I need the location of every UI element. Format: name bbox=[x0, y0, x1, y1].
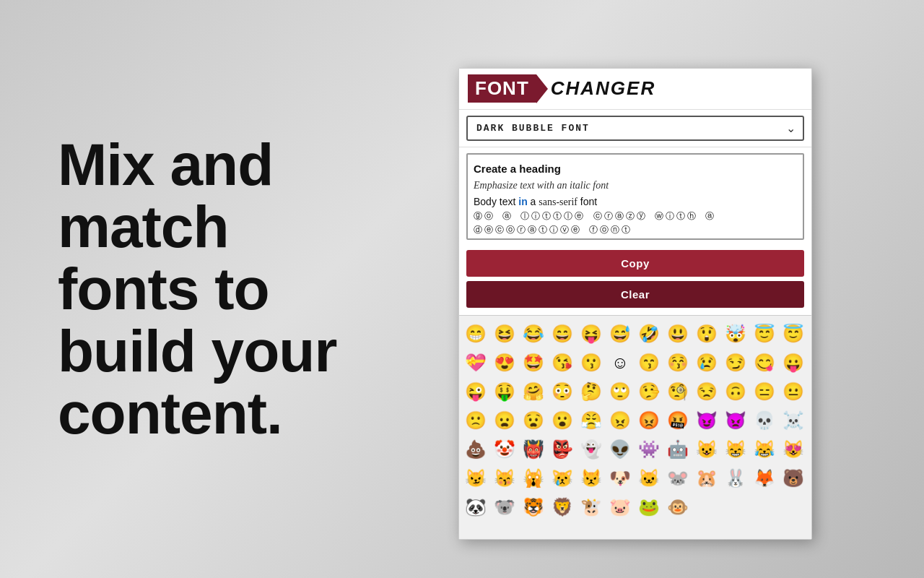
emoji-item[interactable]: 😘 bbox=[549, 349, 576, 376]
emoji-item[interactable]: 😸 bbox=[722, 436, 749, 463]
text-decorative-line1: ⓖⓞ ⓐ ⓛⓘⓣⓣⓛⓔ ⓒⓡⓐⓩⓨ ⓦⓘⓣⓗ ⓐ bbox=[474, 210, 797, 224]
headline-line2: match bbox=[58, 194, 229, 259]
emoji-item[interactable]: 😂 bbox=[520, 320, 547, 348]
emoji-item[interactable]: 👹 bbox=[520, 436, 547, 463]
emoji-item[interactable]: ☺️ bbox=[606, 349, 634, 376]
emoji-item[interactable]: 😹 bbox=[751, 436, 778, 463]
emoji-item[interactable]: 😺 bbox=[693, 436, 720, 463]
logo-arrow-icon bbox=[536, 74, 548, 103]
emoji-item[interactable]: 🤩 bbox=[520, 349, 547, 376]
emoji-item[interactable]: 😝 bbox=[578, 320, 605, 348]
emoji-item[interactable]: 😇 bbox=[780, 320, 807, 348]
body-text-serif: sans-serif bbox=[539, 197, 578, 207]
emoji-item[interactable]: 🐵 bbox=[664, 493, 692, 521]
emoji-item[interactable]: 😚 bbox=[664, 349, 692, 376]
emoji-item[interactable]: 🙁 bbox=[462, 407, 489, 434]
emoji-item[interactable]: 😗 bbox=[578, 349, 605, 376]
emoji-item[interactable]: 😿 bbox=[549, 465, 576, 492]
emoji-item[interactable]: 😮 bbox=[549, 407, 576, 434]
emoji-item[interactable]: 🐹 bbox=[693, 465, 720, 492]
emoji-item[interactable]: 😄 bbox=[549, 320, 576, 348]
emoji-item[interactable]: 🐻 bbox=[780, 465, 807, 492]
emoji-item[interactable]: 🙀 bbox=[520, 465, 547, 492]
emoji-item[interactable]: 🐷 bbox=[606, 493, 634, 521]
emoji-item[interactable]: 😇 bbox=[751, 320, 778, 348]
emoji-item[interactable]: 😢 bbox=[693, 349, 720, 376]
font-selector[interactable]: DARK BUBBLE FONT bbox=[466, 116, 804, 141]
emoji-item[interactable]: 🧐 bbox=[664, 378, 692, 405]
emoji-item[interactable]: 🦁 bbox=[549, 493, 576, 521]
emoji-item[interactable]: 😽 bbox=[491, 465, 518, 492]
emoji-item[interactable]: ☠️ bbox=[780, 407, 807, 434]
emoji-item[interactable]: 😻 bbox=[780, 436, 807, 463]
emoji-item[interactable]: 👻 bbox=[578, 436, 605, 463]
emoji-item[interactable]: 👿 bbox=[722, 407, 749, 434]
emoji-item[interactable]: 😲 bbox=[693, 320, 720, 348]
emoji-item[interactable]: 😆 bbox=[491, 320, 518, 348]
clear-button[interactable]: Clear bbox=[466, 281, 804, 308]
emoji-item[interactable]: 😠 bbox=[606, 407, 634, 434]
left-panel: Mix and match fonts to build your conten… bbox=[0, 90, 448, 488]
emoji-item[interactable]: 😁 bbox=[462, 320, 489, 348]
emoji-item[interactable]: 😅 bbox=[606, 320, 634, 348]
logo-changer-text: CHANGER bbox=[551, 77, 655, 100]
headline-line4: build your bbox=[58, 318, 336, 384]
emoji-item[interactable]: 💩 bbox=[462, 436, 489, 463]
emoji-item[interactable]: 👺 bbox=[549, 436, 576, 463]
emoji-item[interactable]: 🐭 bbox=[664, 465, 692, 492]
emoji-item[interactable]: 🐨 bbox=[491, 493, 518, 521]
body-text-pre: Body text bbox=[474, 196, 518, 207]
dropdown-row: DARK BUBBLE FONT ⌄ bbox=[459, 110, 811, 147]
emoji-item[interactable]: 🙃 bbox=[722, 378, 749, 405]
emoji-item[interactable]: 👽 bbox=[606, 436, 634, 463]
emoji-item[interactable]: 🙄 bbox=[606, 378, 634, 405]
emoji-item[interactable]: 😡 bbox=[635, 407, 663, 434]
emoji-item[interactable]: 💀 bbox=[751, 407, 778, 434]
emoji-item[interactable]: 🤥 bbox=[635, 378, 663, 405]
emoji-item[interactable]: 🐰 bbox=[722, 465, 749, 492]
emoji-item[interactable]: 😼 bbox=[462, 465, 489, 492]
emoji-item[interactable]: 😦 bbox=[491, 407, 518, 434]
emoji-item[interactable]: 🐯 bbox=[520, 493, 547, 521]
body-text-mid: a bbox=[528, 196, 539, 207]
output-textarea[interactable]: Create a heading Emphasize text with an … bbox=[466, 153, 804, 240]
emoji-item[interactable]: 🐶 bbox=[606, 465, 634, 492]
app-window: FONT CHANGER DARK BUBBLE FONT ⌄ Create a… bbox=[458, 68, 812, 540]
emoji-item[interactable]: 🤗 bbox=[520, 378, 547, 405]
emoji-item[interactable]: 😈 bbox=[693, 407, 720, 434]
emoji-item[interactable]: 😒 bbox=[693, 378, 720, 405]
emoji-item[interactable]: 💝 bbox=[462, 349, 489, 376]
emoji-item[interactable]: 😋 bbox=[751, 349, 778, 376]
emoji-item[interactable]: 😳 bbox=[549, 378, 576, 405]
emoji-item[interactable]: 😐 bbox=[780, 378, 807, 405]
emoji-item[interactable]: 🤯 bbox=[722, 320, 749, 348]
emoji-item[interactable]: 🤑 bbox=[491, 378, 518, 405]
emoji-item[interactable]: 🤬 bbox=[664, 407, 692, 434]
emoji-item[interactable]: 😑 bbox=[751, 378, 778, 405]
copy-button[interactable]: Copy bbox=[466, 250, 804, 277]
emoji-item[interactable]: 😏 bbox=[722, 349, 749, 376]
emoji-item[interactable]: 😙 bbox=[635, 349, 663, 376]
emoji-item[interactable]: 😛 bbox=[780, 349, 807, 376]
emoji-item[interactable]: 🤣 bbox=[635, 320, 663, 348]
emoji-panel[interactable]: 😁😆😂😄😝😅🤣😃😲🤯😇😇💝😍🤩😘😗☺️😙😚😢😏😋😛😜🤑🤗😳🤔🙄🤥🧐😒🙃😑😐🙁😦😧… bbox=[459, 315, 811, 539]
body-text-post: font bbox=[578, 196, 597, 207]
emoji-item[interactable]: 🐸 bbox=[635, 493, 663, 521]
emoji-item[interactable]: 😃 bbox=[664, 320, 692, 348]
emoji-item[interactable]: 😤 bbox=[578, 407, 605, 434]
emoji-item[interactable]: 😜 bbox=[462, 378, 489, 405]
emoji-item[interactable]: 🐼 bbox=[462, 493, 489, 521]
emoji-item[interactable]: 😧 bbox=[520, 407, 547, 434]
emoji-item[interactable]: 😍 bbox=[491, 349, 518, 376]
emoji-item[interactable]: 🦊 bbox=[751, 465, 778, 492]
emoji-item[interactable]: 🤖 bbox=[664, 436, 692, 463]
headline-line1: Mix and bbox=[58, 131, 273, 197]
emoji-item[interactable]: 🐮 bbox=[578, 493, 605, 521]
headline-line5: content. bbox=[58, 380, 282, 446]
emoji-item[interactable]: 🐱 bbox=[635, 465, 663, 492]
app-header: FONT CHANGER bbox=[459, 69, 811, 110]
emoji-item[interactable]: 😾 bbox=[578, 465, 605, 492]
emoji-item[interactable]: 🤡 bbox=[491, 436, 518, 463]
emoji-item[interactable]: 🤔 bbox=[578, 378, 605, 405]
emoji-item[interactable]: 👾 bbox=[635, 436, 663, 463]
